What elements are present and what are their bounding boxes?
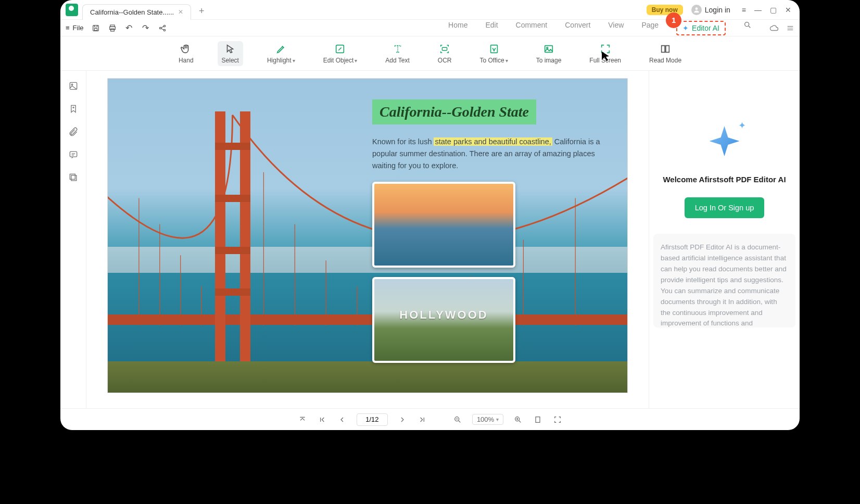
close-window-icon[interactable]: ✕ — [785, 6, 791, 14]
callout-badge: 1 — [666, 12, 681, 28]
footer-nav: 100% ▾ — [60, 408, 800, 430]
comments-icon[interactable] — [68, 149, 79, 160]
ai-sparkle-icon — [706, 123, 743, 159]
attachment-icon[interactable] — [68, 126, 79, 137]
svg-rect-5 — [110, 29, 114, 31]
bookmark-icon[interactable] — [68, 103, 79, 115]
document-page: California--Golden State Known for its l… — [107, 78, 628, 393]
app-logo-icon — [66, 4, 78, 16]
file-menu-label: File — [73, 24, 84, 32]
user-avatar-icon — [691, 5, 702, 15]
ai-login-button[interactable]: Log In Or Sign up — [685, 197, 765, 218]
search-icon[interactable] — [743, 21, 752, 35]
menu-view[interactable]: View — [608, 21, 624, 35]
tool-read-mode-label: Read Mode — [649, 57, 681, 64]
zoom-select[interactable]: 100% ▾ — [472, 414, 503, 425]
svg-rect-35 — [536, 417, 540, 422]
zoom-in-icon[interactable] — [513, 414, 523, 425]
ai-welcome-title: Welcome Afirstsoft PDF Editor AI — [663, 175, 786, 184]
prev-page-icon[interactable] — [337, 414, 347, 425]
maximize-icon[interactable]: ▢ — [770, 6, 777, 14]
cursor-pointer-icon — [600, 50, 612, 62]
tool-edit-object[interactable]: Edit Object▾ — [319, 41, 362, 66]
hollywood-photo: HOLLYWOOD — [372, 277, 515, 363]
svg-point-9 — [745, 22, 749, 26]
file-menu-icon: ≡ — [66, 24, 70, 32]
beach-photo — [372, 182, 515, 268]
tab-close-icon[interactable]: ✕ — [178, 8, 183, 16]
tool-to-image[interactable]: To image — [532, 41, 566, 66]
minimize-icon[interactable]: — — [754, 6, 762, 14]
first-page-icon[interactable] — [317, 414, 327, 425]
main-menu: Home Edit Comment Convert View Page 1 ✦ … — [448, 21, 752, 35]
save-icon[interactable] — [91, 23, 100, 33]
last-page-icon[interactable] — [417, 414, 427, 425]
left-sidebar — [60, 71, 86, 408]
svg-point-16 — [71, 84, 73, 85]
svg-rect-17 — [70, 152, 77, 157]
tool-hand[interactable]: Hand — [174, 41, 198, 66]
svg-point-0 — [695, 7, 698, 10]
sparkle-icon: ✦ — [682, 24, 689, 32]
tool-to-image-label: To image — [536, 57, 562, 64]
tool-to-office-label: To Office▾ — [480, 57, 508, 64]
tool-highlight[interactable]: Highlight▾ — [263, 41, 299, 66]
cloud-icon[interactable] — [769, 23, 779, 33]
menu-edit[interactable]: Edit — [485, 21, 498, 35]
tool-select[interactable]: Select — [218, 41, 243, 66]
right-quick-tools — [769, 23, 794, 33]
svg-rect-1 — [93, 25, 98, 31]
tool-select-label: Select — [222, 57, 239, 64]
quick-access-bar: ≡ File ↶ ↷ Home Edit Comment Convert Vie… — [60, 20, 800, 36]
ai-side-panel: Welcome Afirstsoft PDF Editor AI Log In … — [649, 71, 800, 408]
toolbar-ribbon: Hand Select Highlight▾ Edit Object▾ Add … — [60, 36, 800, 71]
tool-to-office[interactable]: To Office▾ — [476, 41, 512, 66]
fit-page-icon[interactable] — [533, 414, 543, 425]
redo-icon[interactable]: ↷ — [141, 23, 150, 33]
document-tab-title: California--Golden State...... — [90, 8, 174, 16]
hamburger-menu-icon[interactable]: ≡ — [742, 6, 746, 14]
new-tab-button[interactable]: + — [195, 5, 208, 18]
tool-ocr[interactable]: OCR — [434, 41, 456, 66]
page-number-input[interactable] — [357, 413, 388, 426]
document-canvas[interactable]: California--Golden State Known for its l… — [86, 71, 649, 408]
tool-add-text[interactable]: Add Text — [381, 41, 413, 66]
tool-edit-object-label: Edit Object▾ — [323, 57, 358, 64]
document-tab[interactable]: California--Golden State...... ✕ — [82, 4, 191, 20]
tool-ocr-label: OCR — [438, 57, 452, 64]
fit-width-icon[interactable] — [552, 414, 563, 425]
document-title: California--Golden State — [372, 99, 536, 124]
menu-convert[interactable]: Convert — [565, 21, 590, 35]
menu-editor-ai[interactable]: 1 ✦ Editor AI — [676, 21, 726, 35]
svg-rect-13 — [545, 45, 553, 52]
window-controls: ≡ — ▢ ✕ — [742, 6, 791, 14]
ai-description-text: Afirstsoft PDF Editor AI is a document-b… — [653, 234, 795, 327]
login-button[interactable]: Login in — [691, 5, 730, 15]
undo-icon[interactable]: ↶ — [124, 23, 134, 33]
share-icon[interactable] — [158, 23, 167, 33]
main-area: California--Golden State Known for its l… — [60, 71, 800, 408]
hollywood-sign-text: HOLLYWOOD — [374, 308, 513, 322]
menu-page[interactable]: Page — [641, 21, 659, 35]
layers-icon[interactable] — [68, 172, 79, 183]
app-window: California--Golden State...... ✕ + Buy n… — [60, 0, 800, 430]
next-page-icon[interactable] — [397, 414, 408, 425]
file-menu[interactable]: ≡ File — [66, 24, 84, 32]
menu-home[interactable]: Home — [448, 21, 467, 35]
editor-ai-label: Editor AI — [692, 24, 719, 32]
thumbnails-icon[interactable] — [68, 80, 79, 92]
zoom-out-icon[interactable] — [452, 414, 463, 425]
tool-read-mode[interactable]: Read Mode — [645, 41, 686, 66]
svg-rect-11 — [442, 47, 447, 51]
menu-comment[interactable]: Comment — [516, 21, 548, 35]
svg-rect-2 — [94, 28, 97, 30]
scroll-top-icon[interactable] — [297, 414, 308, 425]
settings-sliders-icon[interactable] — [786, 24, 794, 32]
login-label: Login in — [705, 6, 730, 14]
svg-rect-18 — [71, 175, 76, 181]
tool-hand-label: Hand — [179, 57, 194, 64]
title-bar: California--Golden State...... ✕ + Buy n… — [60, 0, 800, 20]
highlighted-text: state parks and beautiful coastline, — [434, 137, 552, 146]
bridge-tower-image — [212, 111, 254, 361]
print-icon[interactable] — [108, 23, 117, 33]
